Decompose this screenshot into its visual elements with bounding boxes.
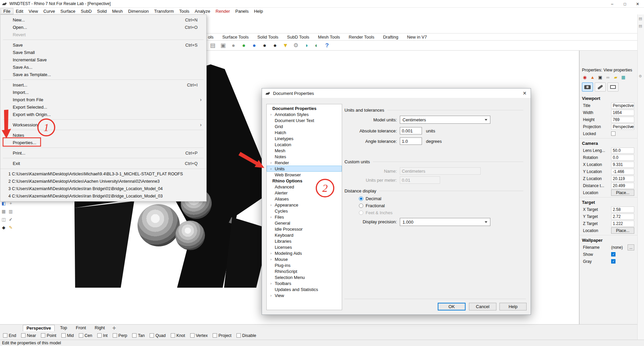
panels-icon[interactable]: ◫ — [1, 217, 6, 222]
gear-icon[interactable]: ⚙ — [639, 74, 642, 78]
chevron-right-icon[interactable]: › — [270, 257, 272, 261]
check-icon[interactable]: ✓ — [8, 217, 13, 222]
texture-icon[interactable]: ◑ — [302, 42, 310, 50]
render-window-icon[interactable]: ● — [261, 42, 269, 50]
file-menu-item[interactable]: Print... Ctrl+P — [0, 149, 206, 157]
tree-item[interactable]: › Mouse — [267, 256, 342, 262]
viewport-tab[interactable]: Front — [72, 325, 89, 331]
recent-file-item[interactable]: 4 C:\Users\KazemianM\Desktop\Articles\Ir… — [0, 192, 206, 200]
lock-icon[interactable]: ▣ — [219, 42, 227, 50]
tree-item[interactable]: › View — [267, 292, 342, 298]
menu-item[interactable]: Help — [251, 8, 266, 14]
dialog-titlebar[interactable]: Document Properties ✕ — [262, 89, 531, 98]
checkbox-icon[interactable] — [3, 333, 7, 338]
camera-row-input[interactable]: -1.466 — [611, 169, 634, 175]
toolbar-tab[interactable]: Render Tools — [349, 35, 374, 40]
chevron-right-icon[interactable]: › — [270, 215, 272, 219]
menu-item[interactable]: File — [1, 8, 13, 14]
pencil-icon[interactable]: ✎ — [8, 225, 13, 230]
shaded-sphere-icon[interactable]: ● — [229, 42, 237, 50]
display-precision-select[interactable]: 1.000 — [400, 218, 490, 226]
menu-item[interactable]: Surface — [58, 8, 78, 14]
panel-icon[interactable]: ▤ — [209, 42, 217, 50]
filter-icon[interactable]: ▼ — [281, 42, 289, 50]
checkbox-icon[interactable] — [190, 333, 195, 338]
toolbar-tab[interactable]: Solid Tools — [257, 35, 278, 40]
osnap-toggle[interactable]: Perp — [113, 333, 127, 338]
checkbox-icon[interactable] — [97, 333, 102, 338]
checkbox-icon[interactable] — [213, 333, 217, 338]
toolbar-tab[interactable]: ols — [208, 35, 214, 40]
file-menu-item[interactable]: Save As... — [0, 63, 206, 71]
file-menu-item[interactable]: Revert — [0, 31, 206, 38]
material-icon[interactable]: ▲ — [590, 74, 595, 80]
file-menu-item[interactable]: Insert... Ctrl+I — [0, 81, 206, 89]
osnap-toggle[interactable]: Cen — [79, 333, 92, 338]
menu-item[interactable]: Edit — [13, 8, 26, 14]
tree-item[interactable]: Selection Menu — [267, 274, 342, 280]
target-row-input[interactable]: 2.58 — [611, 207, 634, 213]
tree-item[interactable]: Keyboard — [267, 232, 342, 238]
grid-icon[interactable]: ▦ — [1, 209, 6, 214]
radio-option[interactable]: Feet & Inches — [359, 209, 392, 216]
osnap-toggle[interactable]: Near — [21, 333, 36, 338]
file-menu-item[interactable]: Notes — [0, 131, 206, 139]
checkbox-icon[interactable] — [21, 333, 25, 338]
toolbar-tab[interactable]: Drafting — [383, 35, 398, 40]
width-input[interactable]: 1654 — [611, 110, 634, 116]
tree-item[interactable]: Notes — [267, 154, 342, 160]
tree-item[interactable]: Libraries — [267, 238, 342, 244]
file-menu-item[interactable]: Exit Ctrl+Q — [0, 160, 206, 167]
render-icon[interactable]: ● — [250, 42, 258, 50]
show-checkbox[interactable] — [611, 252, 615, 256]
layers-icon[interactable]: ▥ — [8, 209, 13, 214]
file-menu-item[interactable]: Save Small — [0, 49, 206, 56]
target-row-input[interactable]: 1.222 — [611, 221, 634, 227]
tree-item[interactable]: Aliases — [267, 196, 342, 202]
object-properties-icon[interactable]: ◉ — [582, 74, 588, 80]
toolbar-tab[interactable]: Mesh Tools — [318, 35, 340, 40]
camera-button[interactable] — [582, 82, 593, 92]
tree-item[interactable]: Alerter — [267, 190, 342, 196]
toolbar-tab[interactable]: Surface Tools — [222, 35, 249, 40]
rendered-sphere-icon[interactable]: ● — [240, 42, 248, 50]
height-input[interactable]: 769 — [611, 117, 634, 123]
osnap-toggle[interactable]: Mid — [61, 333, 74, 338]
target-place-button[interactable]: Place... — [611, 227, 634, 234]
checkbox-icon[interactable] — [171, 333, 175, 338]
file-menu-item[interactable]: Import... — [0, 89, 206, 96]
folder-icon[interactable]: ▰ — [613, 74, 619, 80]
viewport-tab[interactable]: Right — [91, 325, 108, 331]
checkbox-icon[interactable] — [132, 333, 137, 338]
tree-item[interactable]: Licenses — [267, 244, 342, 250]
tree-item[interactable]: Document Properties — [267, 105, 342, 111]
checkbox-icon[interactable] — [41, 333, 45, 338]
chevron-right-icon[interactable]: › — [270, 251, 272, 255]
menu-item[interactable]: Solid — [94, 8, 109, 14]
gray-checkbox[interactable] — [611, 259, 615, 264]
viewport-rect-button[interactable] — [607, 82, 619, 92]
osnap-toggle[interactable]: Project — [213, 333, 231, 338]
chevron-right-icon[interactable]: › — [270, 281, 272, 285]
close-button[interactable]: ✕ — [631, 0, 644, 8]
dock-grid-icon[interactable]: ▤ — [639, 16, 642, 21]
tree-item[interactable]: › Modeling Aids — [267, 250, 342, 256]
camera-row-input[interactable]: 20.119 — [611, 176, 634, 182]
maximize-button[interactable]: □ — [619, 0, 631, 8]
image-icon[interactable]: ▦ — [621, 74, 626, 80]
osnap-toggle[interactable]: End — [3, 333, 16, 338]
tree-item[interactable]: › Toolbars — [267, 280, 342, 286]
file-menu-item[interactable]: Open... Ctrl+O — [0, 23, 206, 31]
menu-item[interactable]: Curve — [41, 8, 58, 14]
help-icon[interactable]: ? — [323, 42, 331, 50]
menu-item[interactable]: View — [26, 8, 41, 14]
checkbox-icon[interactable] — [61, 333, 66, 338]
dock-grid2-icon[interactable]: ▤ — [639, 24, 642, 28]
viewport-tab[interactable]: Top — [57, 325, 70, 331]
title-input[interactable]: Perspective — [611, 103, 634, 109]
tree-item[interactable]: Cycles — [267, 208, 342, 214]
menu-item[interactable]: Render — [213, 8, 233, 14]
minimize-button[interactable]: – — [606, 0, 619, 8]
osnap-toggle[interactable]: Int — [97, 333, 108, 338]
menu-item[interactable]: Transform — [151, 8, 176, 14]
